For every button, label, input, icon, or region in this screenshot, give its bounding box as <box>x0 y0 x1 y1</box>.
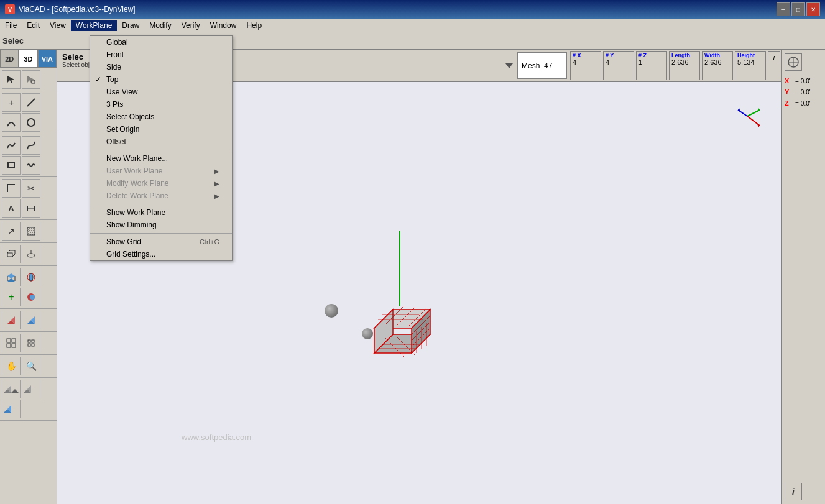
mesh-button[interactable] <box>22 311 40 329</box>
title-text: ViaCAD - [Softpedia.vc3--DynView] <box>19 5 136 14</box>
menu-item-show-grid[interactable]: Show Grid Ctrl+G <box>90 236 232 248</box>
mode-via-button[interactable]: VIA <box>38 50 57 68</box>
surface-button[interactable] <box>2 311 21 329</box>
coord-z-value: 0.0" <box>801 100 811 107</box>
mode-3d-button[interactable]: 3D <box>19 50 37 68</box>
expand-button[interactable] <box>504 51 514 80</box>
circle-tool-button[interactable] <box>22 113 40 132</box>
field-height: Height 5.134 <box>735 51 766 80</box>
mode-2d-button[interactable]: 2D <box>0 50 19 68</box>
menu-item-top[interactable]: ✓ Top <box>90 73 232 86</box>
circle-3d-button[interactable] <box>22 245 40 263</box>
menu-modify[interactable]: Modify <box>144 20 176 31</box>
menu-item-3pts[interactable]: 3 Pts <box>90 98 232 111</box>
menu-help[interactable]: Help <box>241 20 267 31</box>
hatch-tool-button[interactable] <box>22 222 40 241</box>
svg-marker-36 <box>11 389 19 393</box>
info-icon[interactable]: i <box>785 483 802 500</box>
field-length-label: Length <box>671 52 698 58</box>
app-icon: V <box>5 4 15 14</box>
zoom-button[interactable]: 🔍 <box>22 357 40 375</box>
3d-view-button-1[interactable] <box>2 380 21 398</box>
svg-rect-28 <box>7 344 11 347</box>
coord-y-row: Y = 0.0" <box>785 88 811 96</box>
grid-array-button[interactable] <box>2 334 21 352</box>
title-bar-controls[interactable]: − □ ✕ <box>777 2 820 16</box>
help-button[interactable]: i <box>768 51 780 63</box>
wave-tool-button[interactable] <box>22 156 40 175</box>
extra-tools-section-1 <box>0 332 57 355</box>
menu-item-modify-workplane[interactable]: Modify Work Plane ▶ <box>90 177 232 190</box>
maximize-button[interactable]: □ <box>791 2 805 16</box>
subtract-solid-button[interactable] <box>22 288 40 306</box>
measure-tool-button[interactable] <box>22 199 40 218</box>
menu-item-show-workplane[interactable]: Show Work Plane <box>90 206 232 219</box>
menu-draw[interactable]: Draw <box>117 20 144 31</box>
field-length: Length 2.636 <box>669 51 700 80</box>
menu-edit[interactable]: Edit <box>22 20 45 31</box>
scissors-tool-button[interactable]: ✂ <box>22 179 40 198</box>
rect-tool-button[interactable] <box>2 156 21 175</box>
menu-item-3pts-label: 3 Pts <box>106 100 123 109</box>
svg-line-3 <box>27 99 35 106</box>
menu-divider-2 <box>90 204 232 204</box>
menu-item-show-dimming-label: Show Dimming <box>106 221 157 229</box>
3d-object <box>368 297 449 367</box>
menu-verify[interactable]: Verify <box>177 20 205 31</box>
3d-solid-section: + <box>0 266 57 309</box>
menu-file[interactable]: File <box>0 20 22 31</box>
arc-tool-button[interactable] <box>2 113 21 132</box>
field-width-value: 2.636 <box>704 58 731 66</box>
pan-button[interactable]: ✋ <box>2 357 21 375</box>
svg-rect-30 <box>28 340 30 342</box>
svg-point-19 <box>29 273 33 281</box>
radial-array-button[interactable] <box>22 334 40 352</box>
menu-item-use-view[interactable]: Use View <box>90 86 232 98</box>
corner-tool-button[interactable] <box>2 179 21 198</box>
coord-x-value: 0.0" <box>801 78 811 85</box>
minimize-button[interactable]: − <box>777 2 790 16</box>
menu-window[interactable]: Window <box>205 20 242 31</box>
menu-item-delete-workplane[interactable]: Delete Work Plane ▶ <box>90 190 232 202</box>
rect-3d-button[interactable] <box>2 245 21 263</box>
menu-item-global[interactable]: Global <box>90 36 232 48</box>
spline-tool-button[interactable] <box>22 136 40 155</box>
menu-item-side[interactable]: Side <box>90 61 232 73</box>
add-point-button[interactable]: + <box>2 93 21 112</box>
3d-view-button-3[interactable] <box>2 400 21 418</box>
freehand-tool-button[interactable] <box>2 136 21 155</box>
title-bar-left: V ViaCAD - [Softpedia.vc3--DynView] <box>5 4 136 14</box>
pointer-tool-button[interactable]: ↗ <box>2 222 21 241</box>
menu-item-offset[interactable]: Offset <box>90 135 232 148</box>
menu-item-front[interactable]: Front <box>90 48 232 61</box>
field-z-value: 1 <box>638 58 665 66</box>
view-tools-section: ✋ 🔍 <box>0 355 57 378</box>
text-tool-button[interactable]: A <box>2 199 21 218</box>
menu-item-grid-settings[interactable]: Grid Settings... <box>90 248 232 260</box>
close-button[interactable]: ✕ <box>806 2 820 16</box>
field-width: Width 2.636 <box>702 51 733 80</box>
add-solid-button[interactable]: + <box>2 288 21 306</box>
menu-item-user-workplane[interactable]: User Work Plane ▶ <box>90 165 232 177</box>
select-tool-button[interactable] <box>2 70 21 89</box>
menu-view[interactable]: View <box>45 20 71 31</box>
menu-item-select-objects-label: Select Objects <box>106 112 154 121</box>
menu-item-new-workplane[interactable]: New Work Plane... <box>90 152 232 165</box>
sphere-1 <box>325 304 338 318</box>
line-tool-button[interactable] <box>22 93 40 112</box>
coord-z-row: Z = 0.0" <box>785 99 811 107</box>
menu-workplane[interactable]: WorkPlane <box>71 20 117 31</box>
select-alt-tool-button[interactable] <box>22 70 40 89</box>
coord-y-equals: = <box>795 89 799 96</box>
menu-item-select-objects[interactable]: Select Objects <box>90 111 232 123</box>
field-width-label: Width <box>704 52 731 58</box>
coord-z-label: Z <box>785 99 793 107</box>
3d-view-button-2[interactable] <box>22 380 40 398</box>
revolve-button[interactable] <box>22 268 40 286</box>
nav-icon[interactable] <box>785 53 802 71</box>
coord-z-equals: = <box>795 100 799 107</box>
extrude-button[interactable] <box>2 268 21 286</box>
coord-y-value: 0.0" <box>801 89 811 96</box>
menu-item-show-dimming[interactable]: Show Dimming <box>90 219 232 231</box>
menu-item-set-origin[interactable]: Set Origin <box>90 123 232 135</box>
